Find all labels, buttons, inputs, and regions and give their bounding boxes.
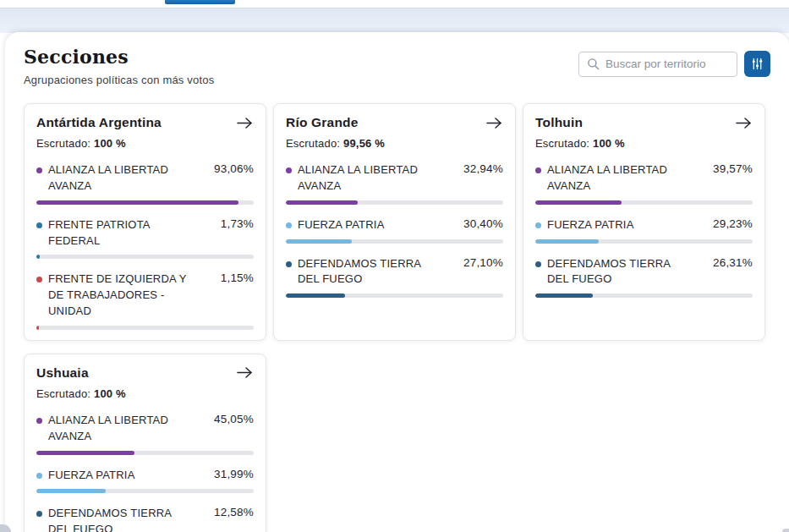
right-arrow-icon[interactable] — [485, 117, 503, 129]
party-progress-track — [286, 200, 503, 205]
party-color-bullet — [36, 473, 42, 479]
territory-name: Tolhuin — [535, 115, 583, 130]
party-color-bullet — [36, 277, 42, 282]
party-name: DEFENDAMOS TIERRA DEL FUEGO — [286, 256, 442, 288]
party-name: FRENTE PATRIOTA FEDERAL — [36, 217, 193, 250]
party-list: ALIANZA LA LIBERTAD AVANZA 39,57% FUERZA… — [535, 162, 753, 298]
escrutado-line: Escrutado: 100 % — [36, 387, 254, 400]
territory-card[interactable]: Antártida Argentina Escrutado: 100 % ALI… — [24, 103, 266, 341]
search-row — [578, 51, 770, 77]
party-item: DEFENDAMOS TIERRA DEL FUEGO 27,10% — [286, 256, 503, 299]
territory-name: Ushuaia — [36, 365, 89, 381]
search-icon — [587, 58, 600, 70]
party-name: FUERZA PATRIA — [535, 217, 634, 233]
party-item: FUERZA PATRIA 29,23% — [535, 217, 753, 244]
escrutado-line: Escrutado: 99,56 % — [286, 137, 503, 150]
party-percent: 27,10% — [463, 256, 503, 269]
territory-name: Antártida Argentina — [36, 115, 162, 130]
escrutado-value: 100 % — [593, 137, 625, 150]
party-name: FUERZA PATRIA — [286, 217, 385, 233]
party-progress-track — [286, 293, 503, 298]
party-name-text: FUERZA PATRIA — [298, 218, 385, 231]
party-item: FUERZA PATRIA 30,40% — [286, 217, 503, 244]
filter-button[interactable] — [744, 51, 770, 77]
territory-card[interactable]: Tolhuin Escrutado: 100 % ALIANZA LA LIBE… — [523, 103, 765, 341]
party-progress-track — [535, 200, 753, 205]
party-color-bullet — [535, 222, 541, 228]
party-list: ALIANZA LA LIBERTAD AVANZA 32,94% FUERZA… — [286, 162, 503, 298]
party-color-bullet — [286, 222, 292, 228]
party-name: FUERZA PATRIA — [36, 468, 135, 484]
party-list: ALIANZA LA LIBERTAD AVANZA 45,05% FUERZA… — [36, 413, 254, 532]
party-percent: 12,58% — [214, 506, 254, 518]
party-bar-fill — [36, 200, 238, 205]
party-bar-fill — [36, 489, 106, 493]
territory-card[interactable]: Ushuaia Escrutado: 100 % ALIANZA LA LIBE… — [24, 354, 266, 532]
party-name-text: DEFENDAMOS TIERRA DEL FUEGO — [48, 507, 171, 532]
right-arrow-icon[interactable] — [735, 117, 753, 129]
party-name: FRENTE DE IZQUIERDA Y DE TRABAJADORES - … — [36, 271, 193, 320]
party-bar-fill — [36, 451, 134, 455]
party-color-bullet — [36, 511, 42, 517]
party-color-bullet — [286, 167, 292, 173]
party-item: ALIANZA LA LIBERTAD AVANZA 39,57% — [535, 162, 753, 205]
party-item: ALIANZA LA LIBERTAD AVANZA 45,05% — [36, 413, 254, 455]
top-strip — [0, 0, 789, 8]
search-input[interactable] — [605, 58, 729, 70]
party-name-text: FRENTE PATRIOTA FEDERAL — [48, 218, 150, 247]
party-progress-track — [36, 489, 254, 493]
party-list: ALIANZA LA LIBERTAD AVANZA 93,06% FRENTE… — [36, 162, 254, 330]
party-progress-track — [36, 200, 254, 205]
party-color-bullet — [286, 261, 292, 267]
party-item: DEFENDAMOS TIERRA DEL FUEGO 26,31% — [535, 256, 753, 299]
party-progress-track — [535, 239, 753, 244]
party-name-text: DEFENDAMOS TIERRA DEL FUEGO — [547, 257, 670, 286]
party-item: ALIANZA LA LIBERTAD AVANZA 32,94% — [286, 162, 503, 205]
party-color-bullet — [36, 167, 42, 173]
escrutado-value: 99,56 % — [343, 137, 385, 150]
territory-card[interactable]: Río Grande Escrutado: 99,56 % ALIANZA LA… — [273, 103, 516, 341]
party-bar-fill — [286, 293, 345, 298]
party-name-text: FUERZA PATRIA — [48, 469, 135, 481]
party-bar-fill — [535, 239, 599, 244]
bottom-right-corner-shape — [782, 529, 789, 532]
search-input-wrapper[interactable] — [578, 52, 737, 77]
party-name: ALIANZA LA LIBERTAD AVANZA — [286, 162, 442, 195]
party-percent: 93,06% — [214, 162, 254, 175]
party-percent: 30,40% — [463, 217, 503, 230]
party-color-bullet — [36, 418, 42, 424]
party-name: ALIANZA LA LIBERTAD AVANZA — [535, 162, 692, 195]
party-name-text: ALIANZA LA LIBERTAD AVANZA — [298, 163, 418, 192]
party-bar-fill — [36, 255, 40, 259]
party-bar-fill — [286, 200, 358, 205]
escrutado-value: 100 % — [94, 137, 126, 150]
party-progress-track — [36, 451, 254, 455]
page-subtitle: Agrupaciones políticas con más votos — [24, 74, 214, 86]
right-arrow-icon[interactable] — [236, 366, 254, 379]
right-arrow-icon[interactable] — [236, 117, 254, 129]
party-percent: 29,23% — [713, 217, 753, 230]
escrutado-label: Escrutado: — [535, 137, 589, 150]
page-background-band — [0, 8, 789, 33]
party-percent: 1,73% — [221, 217, 254, 230]
party-progress-track — [36, 255, 254, 259]
page-title: Secciones — [24, 46, 214, 68]
escrutado-value: 100 % — [94, 387, 126, 400]
escrutado-line: Escrutado: 100 % — [535, 137, 753, 150]
party-progress-track — [36, 326, 254, 330]
party-percent: 31,99% — [214, 468, 254, 480]
escrutado-line: Escrutado: 100 % — [36, 137, 254, 150]
party-bar-fill — [286, 239, 352, 244]
party-item: FUERZA PATRIA 31,99% — [36, 468, 254, 494]
party-color-bullet — [36, 222, 42, 228]
party-percent: 39,57% — [713, 162, 753, 175]
sliders-icon — [751, 58, 764, 70]
party-name: DEFENDAMOS TIERRA DEL FUEGO — [36, 506, 193, 532]
party-item: DEFENDAMOS TIERRA DEL FUEGO 12,58% — [36, 506, 254, 532]
party-name-text: FUERZA PATRIA — [547, 218, 634, 231]
party-item: FRENTE DE IZQUIERDA Y DE TRABAJADORES - … — [36, 271, 254, 330]
party-name: ALIANZA LA LIBERTAD AVANZA — [36, 413, 193, 445]
party-color-bullet — [535, 261, 541, 267]
party-color-bullet — [535, 167, 541, 173]
party-percent: 26,31% — [713, 256, 753, 269]
